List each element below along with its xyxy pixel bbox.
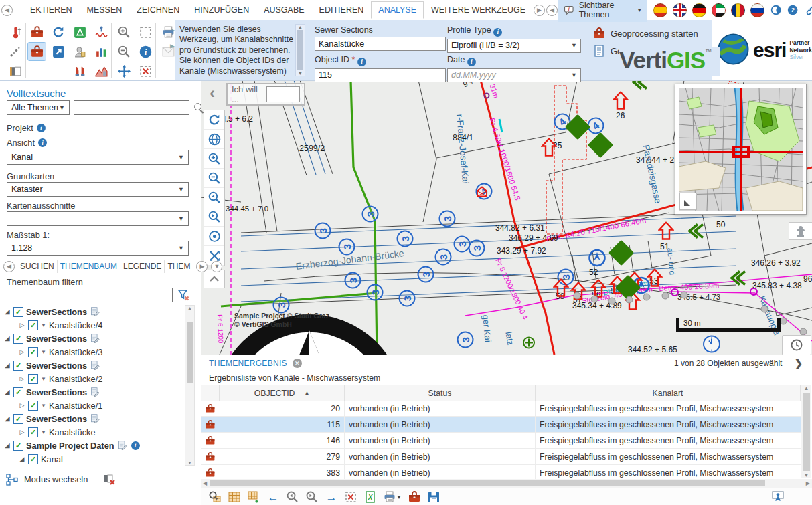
- flag-es-icon[interactable]: [653, 3, 667, 17]
- tabs-scroll-left-icon[interactable]: ◀: [3, 261, 15, 272]
- tree-item-sewersections[interactable]: ◢✓SewerSections: [1, 305, 183, 318]
- tree-item-kanalst-cke-3[interactable]: ▷✓▼Kanalstücke/3: [1, 345, 183, 359]
- fulltext-search-input[interactable]: [74, 100, 189, 115]
- flag-ro-icon[interactable]: [731, 3, 745, 17]
- object-id-input[interactable]: [319, 70, 442, 80]
- result-tool-fwd[interactable]: →: [324, 490, 339, 504]
- tree-item-kanalst-cke[interactable]: ▷✓▼Kanalstücke: [1, 425, 183, 439]
- tab-themenbaum[interactable]: THEMENBAUM: [58, 260, 120, 273]
- expanded-icon[interactable]: ◢: [4, 415, 11, 422]
- tree-item-sample-project-daten[interactable]: ◢✓Sample Project Dateni: [1, 439, 183, 452]
- overview-collapse-icon[interactable]: [679, 193, 697, 210]
- time-slider-button[interactable]: [782, 335, 811, 355]
- result-tool-mzprev2[interactable]: [285, 490, 300, 504]
- checkbox-checked[interactable]: ✓: [28, 347, 38, 357]
- object-id-field[interactable]: [315, 68, 446, 82]
- result-tool-back[interactable]: ←: [266, 490, 280, 504]
- tooltip-scrollbar[interactable]: ▲▼: [295, 24, 305, 76]
- checkbox-checked[interactable]: ✓: [13, 334, 23, 344]
- tree-item-kanalst-cke-2[interactable]: ▷✓▼Kanalstücke/2: [1, 372, 183, 385]
- checkbox-checked[interactable]: ✓: [13, 414, 23, 424]
- result-tool-delsel[interactable]: [343, 490, 358, 504]
- tool-squig[interactable]: [92, 23, 110, 41]
- tree-scrollbar[interactable]: ▲▼: [185, 305, 195, 466]
- tabs-overflow-icon[interactable]: ▼: [211, 261, 222, 272]
- tool-tri[interactable]: [71, 23, 88, 41]
- result-tool-mznext2[interactable]: [305, 490, 319, 504]
- i-want-to-box[interactable]: Ich will ...: [226, 83, 305, 106]
- tree-item-sewersections[interactable]: ◢✓SewerSections: [1, 332, 183, 345]
- date-select[interactable]: dd.MM.yyyy▼: [447, 68, 581, 82]
- checkbox-checked[interactable]: ✓: [28, 320, 38, 330]
- remove-swipe-icon[interactable]: [102, 473, 117, 486]
- tool-toolbox[interactable]: [28, 23, 46, 41]
- tab-suchen[interactable]: SUCHEN: [17, 260, 58, 273]
- column-header-kanalart[interactable]: Kanalart: [536, 385, 801, 401]
- tree-item-sewersections[interactable]: ◢✓SewerSections: [1, 412, 183, 425]
- menu-item-analyse[interactable]: ANALYSE: [371, 1, 424, 19]
- map-tool-target[interactable]: [204, 227, 224, 246]
- results-horizontal-scrollbar[interactable]: ◀▶: [201, 479, 812, 488]
- start-geoprocessing-button[interactable]: Geoprocessing starten: [592, 27, 698, 40]
- help-icon[interactable]: ?: [787, 3, 798, 17]
- checkbox-checked[interactable]: ✓: [28, 454, 38, 464]
- flag-ae-icon[interactable]: [712, 3, 726, 17]
- map-tool-globe[interactable]: [204, 130, 224, 149]
- tool-dots[interactable]: [7, 43, 24, 60]
- menu-item-ausgabe[interactable]: AUSGABE: [256, 1, 311, 19]
- result-tool-print[interactable]: ▼: [382, 490, 402, 504]
- visible-themes-button[interactable]: i Sichtbare Themen ▼: [558, 0, 647, 22]
- info-icon[interactable]: i: [493, 28, 502, 37]
- row-toolbox-icon[interactable]: [201, 417, 220, 432]
- tree-item-kanalst-cke-1[interactable]: ▷✓▼Kanalstücke/1: [1, 399, 183, 412]
- hydrant-widget-button[interactable]: [789, 222, 812, 240]
- checkbox-checked[interactable]: ✓: [28, 427, 38, 437]
- share-link-icon[interactable]: [805, 3, 812, 17]
- tab-them[interactable]: THEM: [165, 260, 193, 273]
- overview-map[interactable]: [675, 84, 807, 215]
- menu-item-hinzuf-gen[interactable]: HINZUFÜGEN: [187, 1, 256, 19]
- menu-item-ektieren[interactable]: EKTIEREN: [23, 1, 80, 19]
- night-mode-icon[interactable]: [770, 3, 781, 17]
- close-icon[interactable]: ✕: [293, 359, 302, 368]
- sewer-sections-field[interactable]: [315, 37, 446, 51]
- tab-legende[interactable]: LEGENDE: [120, 260, 165, 273]
- row-toolbox-icon[interactable]: [201, 433, 220, 448]
- table-row[interactable]: 146vorhanden (in Betrieb)Freispiegelabfl…: [201, 433, 801, 449]
- table-row[interactable]: 115vorhanden (in Betrieb)Freispiegelabfl…: [201, 417, 801, 433]
- tool-person[interactable]: [71, 43, 88, 60]
- map-viewport[interactable]: ‹ Ich will ...: [201, 80, 812, 355]
- map-tool-mzout[interactable]: [204, 169, 224, 188]
- menu-overflow-icon[interactable]: ◀: [546, 5, 558, 16]
- checkbox-checked[interactable]: ✓: [13, 307, 23, 317]
- result-tool-toolbox[interactable]: [407, 490, 422, 504]
- results-vertical-scrollbar[interactable]: ▲▼: [801, 385, 811, 478]
- tool-refresh[interactable]: [50, 23, 67, 41]
- map-tool-mzprev[interactable]: [204, 188, 224, 207]
- clear-filter-icon[interactable]: [177, 288, 190, 302]
- tree-item-sewersections[interactable]: ◢✓SewerSections: [1, 385, 183, 399]
- map-extents-select[interactable]: ▼: [7, 211, 189, 226]
- basemap-select[interactable]: Kataster▼: [7, 182, 189, 197]
- collapsed-icon[interactable]: ▷: [19, 348, 25, 355]
- result-tool-floppy[interactable]: [426, 490, 441, 504]
- collapse-results-icon[interactable]: ❯: [794, 357, 803, 369]
- menu-scroll-right-icon[interactable]: ▶: [534, 5, 545, 16]
- flag-de-icon[interactable]: [692, 3, 706, 17]
- sewer-sections-input[interactable]: [319, 39, 442, 49]
- expanded-icon[interactable]: ◢: [4, 308, 11, 315]
- menu-item-messen[interactable]: MESSEN: [80, 1, 130, 19]
- checkbox-checked[interactable]: ✓: [13, 387, 23, 397]
- search-scope-select[interactable]: Alle Themen▼: [7, 100, 70, 115]
- result-tool-excel[interactable]: X: [363, 490, 378, 504]
- result-tool-tbladd[interactable]: [246, 490, 261, 504]
- switch-mode-row[interactable]: Modus wechseln: [0, 470, 195, 488]
- collapsed-icon[interactable]: ▷: [19, 322, 25, 328]
- tree-item-kanal[interactable]: ◢✓Kanal: [1, 452, 183, 466]
- tree-filter-input[interactable]: [7, 288, 173, 302]
- expanded-icon[interactable]: ◢: [4, 362, 11, 369]
- tool-zin[interactable]: [115, 23, 133, 41]
- info-icon[interactable]: i: [37, 124, 46, 132]
- tool-swipe[interactable]: [7, 62, 24, 80]
- checkbox-checked[interactable]: ✓: [28, 374, 38, 384]
